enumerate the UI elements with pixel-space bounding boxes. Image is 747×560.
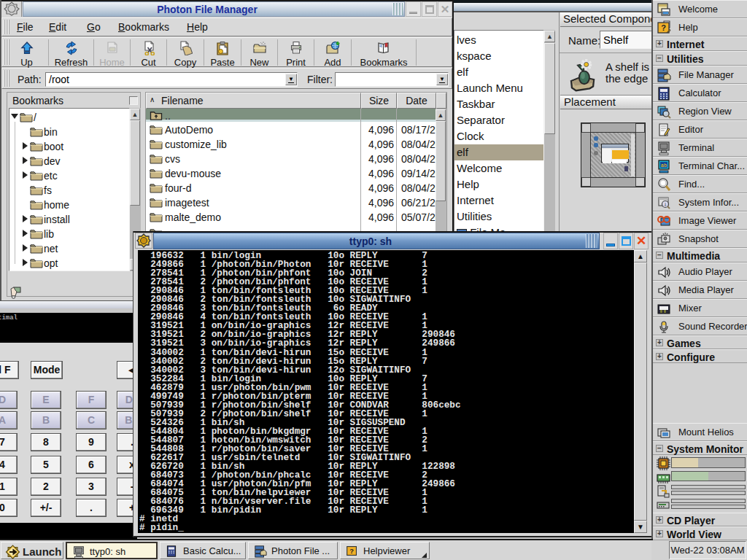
svg-text:?: ?: [661, 23, 666, 32]
svg-text:ab: ab: [661, 163, 667, 168]
svg-text:?: ?: [349, 548, 354, 555]
